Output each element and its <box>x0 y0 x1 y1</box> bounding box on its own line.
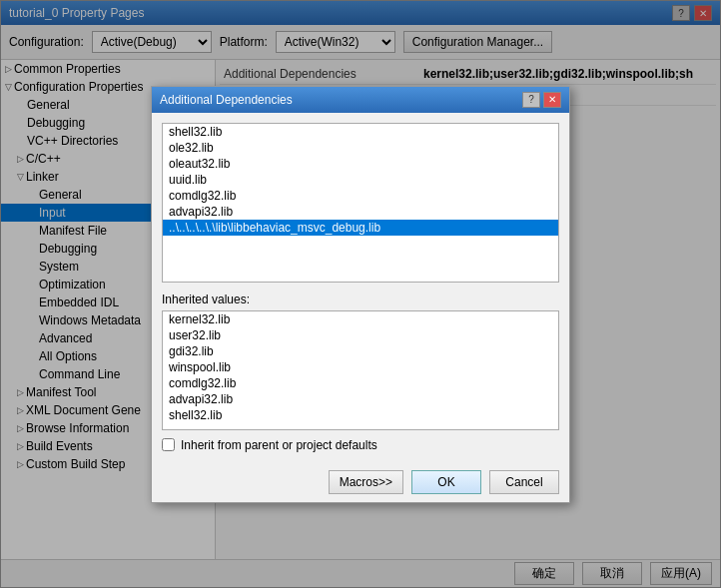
dialog-title-bar: Additional Dependencies ? ✕ <box>152 87 569 113</box>
dialog-body: shell32.libole32.liboleaut32.libuuid.lib… <box>152 113 569 462</box>
dialog-title-buttons: ? ✕ <box>522 92 561 108</box>
dialog-close-button[interactable]: ✕ <box>543 92 561 108</box>
macros-button[interactable]: Macros>> <box>329 470 403 494</box>
inherited-listbox-item: kernel32.lib <box>163 311 558 327</box>
listbox-item[interactable]: comdlg32.lib <box>163 188 558 204</box>
inherited-values-label: Inherited values: <box>162 293 559 306</box>
additional-dependencies-dialog: Additional Dependencies ? ✕ shell32.libo… <box>151 86 570 503</box>
dependencies-listbox[interactable]: shell32.libole32.liboleaut32.libuuid.lib… <box>162 123 559 283</box>
checkbox-row: Inherit from parent or project defaults <box>162 438 559 452</box>
inherited-listbox-item: gdi32.lib <box>163 343 558 359</box>
modal-overlay: Additional Dependencies ? ✕ shell32.libo… <box>0 0 721 588</box>
listbox-item[interactable]: uuid.lib <box>163 172 558 188</box>
listbox-item[interactable]: oleaut32.lib <box>163 156 558 172</box>
inherited-listbox-item: shell32.lib <box>163 407 558 423</box>
inherited-listbox-item: user32.lib <box>163 327 558 343</box>
inherit-checkbox[interactable] <box>162 438 175 451</box>
listbox-item[interactable]: ..\..\..\..\.\lib\libbehaviac_msvc_debug… <box>163 220 558 236</box>
dialog-title: Additional Dependencies <box>160 93 293 107</box>
inherit-checkbox-label: Inherit from parent or project defaults <box>181 438 377 452</box>
inherited-values-listbox: kernel32.libuser32.libgdi32.libwinspool.… <box>162 310 559 430</box>
listbox-item[interactable]: advapi32.lib <box>163 204 558 220</box>
inherited-listbox-item: comdlg32.lib <box>163 375 558 391</box>
dialog-help-button[interactable]: ? <box>522 92 540 108</box>
inherited-listbox-item: winspool.lib <box>163 359 558 375</box>
listbox-item[interactable]: ole32.lib <box>163 140 558 156</box>
listbox-item[interactable]: shell32.lib <box>163 124 558 140</box>
dialog-buttons: Macros>> OK Cancel <box>152 462 569 502</box>
inherited-listbox-item: advapi32.lib <box>163 391 558 407</box>
dialog-cancel-button[interactable]: Cancel <box>489 470 559 494</box>
dialog-ok-button[interactable]: OK <box>411 470 481 494</box>
